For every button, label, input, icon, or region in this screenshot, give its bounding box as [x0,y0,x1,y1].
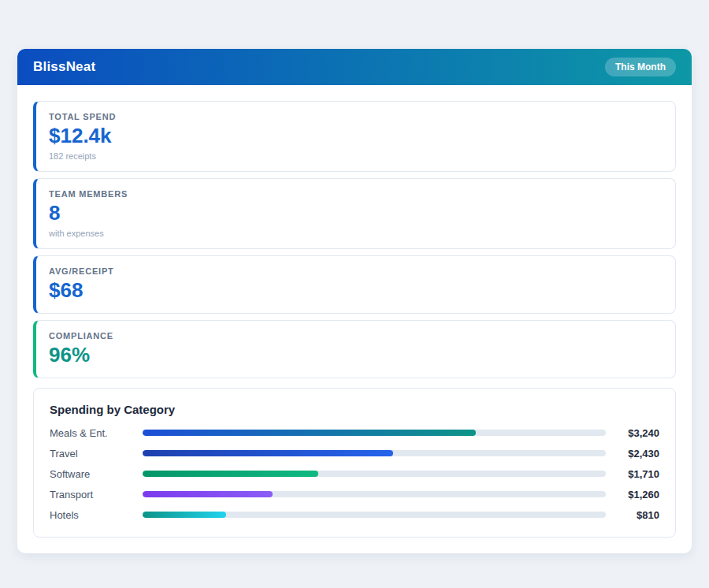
category-bar-fill [143,512,226,518]
category-row: Hotels$810 [50,509,659,521]
stat-value: 8 [49,202,663,225]
stat-label: TEAM MEMBERS [49,189,663,199]
category-bar-track [143,471,606,477]
category-bar-fill [143,430,476,436]
category-section-title: Spending by Category [50,403,659,416]
stat-card: AVG/RECEIPT$68 [33,255,676,314]
category-label: Travel [50,448,143,460]
stats-list: TOTAL SPEND$12.4k182 receiptsTEAM MEMBER… [33,101,676,378]
app-title: BlissNeat [33,59,95,75]
stat-value: $12.4k [49,125,663,148]
category-bar-chart: Meals & Ent.$3,240Travel$2,430Software$1… [50,427,659,521]
category-label: Hotels [50,509,143,521]
category-value: $810 [614,509,659,521]
stat-card: TOTAL SPEND$12.4k182 receipts [33,101,676,172]
category-row: Travel$2,430 [50,448,659,460]
category-value: $1,710 [614,468,659,480]
category-label: Software [50,468,143,480]
category-bar-fill [143,491,273,497]
category-label: Meals & Ent. [50,427,143,439]
category-bar-track [143,430,606,436]
period-badge[interactable]: This Month [605,58,676,76]
stat-subtext: 182 receipts [49,151,663,161]
category-value: $3,240 [614,427,659,439]
category-bar-track [143,491,606,497]
stat-value: 96% [49,344,663,367]
dashboard-body: TOTAL SPEND$12.4k182 receiptsTEAM MEMBER… [17,85,692,553]
category-bar-track [143,450,606,456]
stat-card: COMPLIANCE96% [33,320,676,378]
app-header: BlissNeat This Month [17,49,692,85]
category-value: $2,430 [614,448,659,460]
spending-by-category-card: Spending by Category Meals & Ent.$3,240T… [33,388,676,538]
category-value: $1,260 [614,489,659,501]
category-label: Transport [50,489,143,501]
category-row: Transport$1,260 [50,489,659,501]
dashboard-card: BlissNeat This Month TOTAL SPEND$12.4k18… [17,49,692,553]
category-row: Software$1,710 [50,468,659,480]
category-bar-fill [143,450,393,456]
stat-label: AVG/RECEIPT [49,266,663,276]
stat-card: TEAM MEMBERS8with expenses [33,178,676,249]
category-row: Meals & Ent.$3,240 [50,427,659,439]
category-bar-fill [143,471,318,477]
stat-value: $68 [49,279,663,303]
stat-subtext: with expenses [49,229,663,238]
stat-label: COMPLIANCE [49,331,663,341]
stat-label: TOTAL SPEND [49,112,663,121]
category-bar-track [143,512,606,518]
